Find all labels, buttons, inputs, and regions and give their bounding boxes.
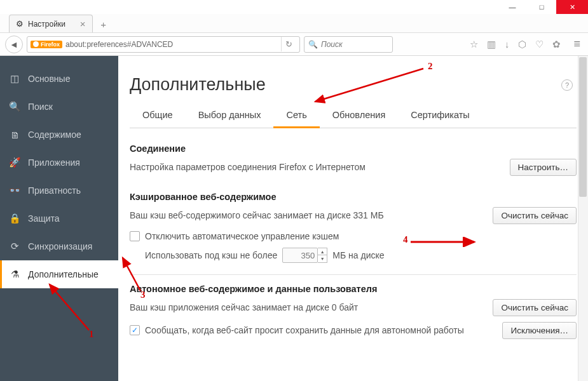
- clear-offline-button[interactable]: Очистить сейчас: [493, 299, 577, 316]
- url-bar[interactable]: Firefox about:preferences#ADVANCED ↻: [27, 36, 300, 53]
- override-cache-label: Отключить автоматическое управление кэше…: [145, 231, 339, 241]
- offline-notify-checkbox[interactable]: ✓: [130, 325, 140, 335]
- maximize-button[interactable]: □: [527, 0, 556, 14]
- tab-title: Настройки: [28, 20, 65, 29]
- sync-icon: ⟳: [9, 241, 20, 252]
- divider: [130, 274, 577, 275]
- sidebar-item-label: Приложения: [28, 157, 80, 168]
- gear-icon: ⚙: [16, 19, 24, 29]
- tab-close-icon[interactable]: ×: [80, 18, 86, 29]
- subtab-general[interactable]: Общие: [130, 104, 186, 128]
- scrollbar-track[interactable]: [578, 56, 588, 381]
- bookmark-star-icon[interactable]: ☆: [470, 39, 478, 50]
- subtab-updates[interactable]: Обновления: [320, 104, 399, 128]
- minimize-button[interactable]: —: [498, 0, 527, 14]
- sidebar-item-label: Поиск: [28, 102, 53, 112]
- clear-cache-button[interactable]: Очистить сейчас: [493, 207, 577, 224]
- flask-icon: ⚗: [9, 269, 20, 280]
- sidebar-item-advanced[interactable]: ⚗ Дополнительные: [0, 260, 118, 288]
- sidebar-item-label: Синхронизация: [28, 241, 92, 251]
- section-heading: Соединение: [130, 144, 577, 154]
- new-tab-button[interactable]: +: [97, 19, 111, 30]
- offline-exceptions-button[interactable]: Исключения…: [502, 322, 577, 339]
- library-icon[interactable]: ▥: [487, 39, 496, 50]
- search-bar[interactable]: 🔍: [304, 36, 393, 53]
- shield-icon[interactable]: ♡: [535, 39, 544, 50]
- subtab-network[interactable]: Сеть: [273, 104, 319, 128]
- tab-strip: ⚙ Настройки × +: [0, 14, 588, 33]
- firefox-icon: [33, 41, 39, 47]
- rocket-icon: 🚀: [9, 157, 20, 168]
- back-button[interactable]: ◄: [5, 36, 23, 53]
- offline-usage-text: Ваш кэш приложения сейчас занимает на ди…: [130, 301, 358, 314]
- cache-limit-suffix: МБ на диске: [332, 250, 384, 260]
- window-titlebar: — □ ✕: [0, 0, 588, 14]
- override-cache-checkbox[interactable]: [130, 231, 140, 241]
- sidebar-item-general[interactable]: ◫ Основные: [0, 65, 118, 93]
- sidebar-item-label: Дополнительные: [28, 269, 99, 279]
- navigation-toolbar: ◄ Firefox about:preferences#ADVANCED ↻ 🔍…: [0, 33, 588, 56]
- chevron-down-icon[interactable]: ▼: [318, 255, 327, 262]
- section-cache: Кэшированное веб-содержимое Ваш кэш веб-…: [130, 192, 577, 263]
- document-icon: 🗎: [9, 130, 20, 140]
- browser-tab-settings[interactable]: ⚙ Настройки ×: [9, 15, 93, 32]
- sidebar-item-search[interactable]: 🔍 Поиск: [0, 93, 118, 121]
- offline-notify-label: Сообщать, когда веб-сайт просит сохранит…: [145, 325, 464, 335]
- cache-limit-input[interactable]: [282, 248, 318, 263]
- sidebar-item-label: Защита: [28, 213, 60, 224]
- downloads-icon[interactable]: ↓: [505, 39, 510, 50]
- sidebar-item-label: Содержимое: [28, 130, 81, 140]
- subtab-certificates[interactable]: Сертификаты: [398, 104, 482, 128]
- sidebar-item-security[interactable]: 🔒 Защита: [0, 204, 118, 232]
- connection-desc: Настройка параметров соединения Firefox …: [130, 161, 366, 174]
- chevron-up-icon[interactable]: ▲: [318, 248, 327, 255]
- preferences-sidebar: ◫ Основные 🔍 Поиск 🗎 Содержимое 🚀 Прилож…: [0, 56, 118, 381]
- section-heading: Кэшированное веб-содержимое: [130, 192, 577, 202]
- reload-icon[interactable]: ↻: [281, 37, 296, 51]
- search-icon: 🔍: [308, 40, 318, 49]
- sidebar-item-privacy[interactable]: 👓 Приватность: [0, 177, 118, 204]
- scrollbar-thumb[interactable]: [579, 57, 587, 197]
- sidebar-item-sync[interactable]: ⟳ Синхронизация: [0, 232, 118, 260]
- url-text: about:preferences#ADVANCED: [65, 40, 173, 49]
- hamburger-menu-icon[interactable]: ≡: [571, 37, 583, 51]
- sidebar-item-applications[interactable]: 🚀 Приложения: [0, 149, 118, 177]
- advanced-subtabs: Общие Выбор данных Сеть Обновления Серти…: [130, 104, 577, 128]
- connection-settings-button[interactable]: Настроить…: [510, 159, 577, 176]
- identity-badge: Firefox: [31, 41, 62, 48]
- page-title: Дополнительные: [130, 75, 266, 95]
- section-connection: Соединение Настройка параметров соединен…: [130, 144, 577, 177]
- subtab-datachoices[interactable]: Выбор данных: [186, 104, 274, 128]
- addon-icon[interactable]: ✿: [552, 39, 561, 50]
- section-heading: Автономное веб-содержимое и данные польз…: [130, 284, 577, 294]
- sidebar-item-content[interactable]: 🗎 Содержимое: [0, 121, 118, 149]
- panel-icon: ◫: [9, 73, 20, 84]
- search-input[interactable]: [321, 40, 388, 49]
- preferences-content: Дополнительные ? Общие Выбор данных Сеть…: [118, 56, 588, 381]
- close-button[interactable]: ✕: [556, 0, 588, 14]
- magnifier-icon: 🔍: [9, 101, 20, 112]
- section-offline: Автономное веб-содержимое и данные польз…: [130, 284, 577, 340]
- help-icon[interactable]: ?: [561, 79, 573, 91]
- sidebar-item-label: Основные: [28, 74, 70, 84]
- sidebar-item-label: Приватность: [28, 185, 81, 196]
- lock-icon: 🔒: [9, 213, 20, 224]
- cache-usage-text: Ваш кэш веб-содержимого сейчас занимает …: [130, 209, 384, 222]
- mask-icon: 👓: [9, 185, 20, 196]
- pocket-icon[interactable]: ⬡: [518, 39, 526, 50]
- cache-limit-prefix: Использовать под кэш не более: [145, 250, 277, 260]
- cache-limit-stepper[interactable]: ▲▼: [318, 248, 327, 263]
